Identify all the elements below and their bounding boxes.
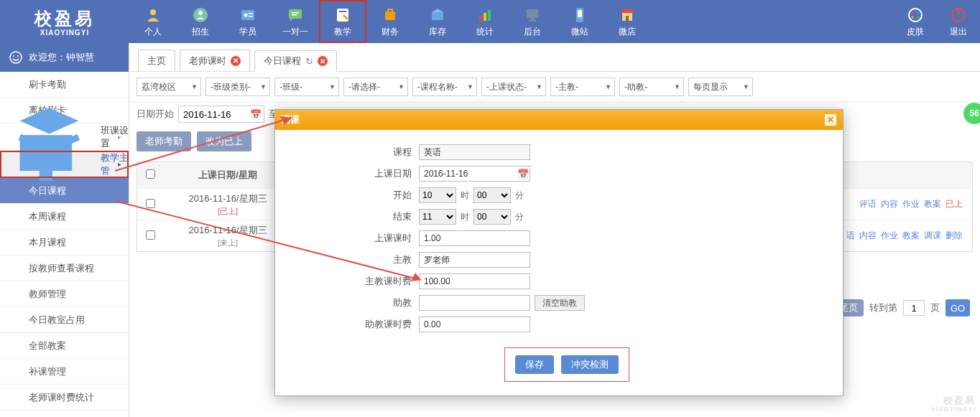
end-min-select[interactable]: 00 — [473, 209, 511, 225]
calendar-icon[interactable]: 📅 — [517, 169, 529, 179]
sidebar-group[interactable]: 教学主管▸ — [0, 151, 129, 178]
assistant-fee-input[interactable] — [419, 317, 530, 332]
nav-backend[interactable]: 后台 — [509, 0, 556, 43]
op-link[interactable]: 评语 — [859, 199, 877, 209]
nav-power[interactable]: 退出 — [937, 0, 980, 43]
sidebar-item[interactable]: 教师管理 — [0, 281, 129, 307]
nav-stats[interactable]: 统计 — [461, 0, 509, 43]
start-min-select[interactable]: 00 — [473, 187, 511, 203]
conflict-check-button[interactable]: 冲突检测 — [561, 355, 619, 374]
tab[interactable]: 今日课程↻✕ — [254, 50, 337, 72]
page-input[interactable] — [903, 300, 925, 316]
op-link[interactable]: 教案 — [902, 230, 920, 240]
teacher-fee-input[interactable] — [419, 273, 530, 289]
nav-student[interactable]: 学员 — [224, 0, 272, 43]
op-link[interactable]: 内容 — [859, 230, 877, 240]
nav-stock[interactable]: 库存 — [414, 0, 461, 43]
calendar-icon[interactable]: 📅 — [250, 109, 262, 120]
status-text: 已上 — [946, 199, 963, 209]
op-link[interactable]: 调课 — [924, 230, 941, 240]
svg-rect-13 — [432, 12, 443, 20]
tab[interactable]: 主页 — [138, 50, 175, 71]
mark-done-button[interactable]: 改为已上 — [197, 131, 251, 151]
assistant-input[interactable] — [419, 295, 530, 311]
start-hour-select[interactable]: 10 — [419, 187, 456, 203]
assistant-fee-label: 助教课时费 — [290, 318, 419, 331]
top-bar: 校盈易 XIAOYINGYI 个人招生学员一对一教学财务库存统计后台微站微店 皮… — [0, 0, 980, 43]
op-link[interactable]: 作业 — [902, 199, 920, 209]
date-cell: 2016-11-16/星期三[已上] — [163, 192, 292, 217]
top-nav-right: 皮肤退出 — [894, 0, 980, 43]
date-cell: 2016-11-16/星期三[未上] — [163, 224, 292, 248]
nav-enroll[interactable]: 招生 — [177, 0, 224, 43]
go-button[interactable]: GO — [946, 299, 970, 317]
teacher-input[interactable] — [419, 252, 530, 268]
sidebar-item[interactable]: 班主任业绩统计 — [0, 411, 129, 417]
duration-input[interactable] — [419, 230, 530, 246]
filter-select[interactable]: -班级- — [274, 78, 339, 96]
teacher-check-button[interactable]: 老师考勤 — [137, 131, 191, 151]
filter-select[interactable]: -上课状态- — [481, 78, 546, 96]
filter-select[interactable]: -课程名称- — [412, 78, 477, 96]
op-link[interactable]: 教案 — [924, 199, 941, 209]
op-link[interactable]: 作业 — [881, 230, 898, 240]
sidebar-item[interactable]: 老师课时费统计 — [0, 385, 129, 411]
filter-select[interactable]: 每页显示 — [688, 78, 753, 96]
svg-rect-12 — [385, 11, 395, 20]
nav-skin[interactable]: 皮肤 — [894, 0, 937, 43]
brand-en: XIAOYINGYI — [40, 29, 89, 37]
svg-point-32 — [13, 55, 14, 57]
sidebar-item[interactable]: 全部教案 — [0, 333, 129, 359]
nav-chat[interactable]: 一对一 — [272, 0, 319, 43]
svg-point-24 — [909, 9, 922, 22]
nav-wshop[interactable]: 微店 — [604, 0, 651, 43]
op-link[interactable]: 删除 — [946, 230, 963, 240]
nav-wsite[interactable]: 微站 — [556, 0, 604, 43]
sidebar-item[interactable]: 按教师查看课程 — [0, 256, 129, 281]
select-all-checkbox[interactable] — [146, 169, 155, 179]
class-date-input[interactable] — [419, 166, 530, 182]
op-link[interactable]: 语 — [846, 230, 855, 240]
row-checkbox[interactable] — [146, 230, 155, 240]
refresh-icon[interactable]: ↻ — [305, 56, 313, 67]
tab[interactable]: 老师课时✕ — [180, 50, 250, 71]
svg-rect-7 — [289, 9, 302, 19]
op-link[interactable]: 内容 — [881, 199, 898, 209]
end-hour-select[interactable]: 11 — [419, 209, 456, 225]
start-label: 开始 — [290, 189, 419, 202]
close-icon[interactable]: ✕ — [231, 56, 241, 66]
svg-rect-14 — [479, 16, 482, 21]
filter-select[interactable]: -班级类别- — [205, 78, 270, 96]
svg-point-33 — [17, 55, 19, 57]
brand-cn: 校盈易 — [34, 7, 95, 30]
watermark: 校盈易 XIAOYINGYI — [930, 390, 976, 413]
tab-bar: 主页老师课时✕今日课程↻✕ — [129, 43, 980, 72]
sidebar: 欢迎您：钟智慧 刷卡考勤离校刷卡 班课设置▸教学主管▸ 今日课程本周课程本月课程… — [0, 43, 129, 417]
filter-select[interactable]: -请选择- — [343, 78, 408, 96]
top-nav: 个人招生学员一对一教学财务库存统计后台微站微店 — [129, 0, 651, 43]
svg-rect-21 — [578, 10, 582, 17]
save-button[interactable]: 保存 — [515, 355, 554, 374]
nav-finance[interactable]: 财务 — [366, 0, 414, 43]
filter-select[interactable]: -助教- — [619, 78, 684, 96]
sidebar-item[interactable]: 今日教室占用 — [0, 307, 129, 333]
clear-assistant-button[interactable]: 清空助教 — [535, 295, 585, 311]
filter-select[interactable]: -主教- — [550, 78, 615, 96]
nav-user[interactable]: 个人 — [129, 0, 177, 43]
close-icon[interactable]: ✕ — [824, 113, 837, 126]
end-label: 结束 — [290, 210, 419, 223]
svg-point-28 — [917, 16, 920, 18]
sidebar-item[interactable]: 本月课程 — [0, 230, 129, 256]
svg-rect-35 — [40, 171, 52, 181]
teacher-fee-label: 主教课时费 — [290, 275, 419, 288]
filter-select[interactable]: 荔湾校区 — [137, 78, 201, 96]
close-icon[interactable]: ✕ — [318, 56, 328, 66]
svg-rect-16 — [488, 10, 491, 21]
nav-teach[interactable]: 教学 — [319, 0, 366, 43]
sidebar-item[interactable]: 补课管理 — [0, 359, 129, 385]
svg-rect-11 — [339, 11, 346, 12]
modal-header: 调课 ✕ — [275, 110, 843, 130]
svg-point-2 — [198, 11, 203, 15]
sidebar-item[interactable]: 本周课程 — [0, 204, 129, 230]
row-checkbox[interactable] — [146, 199, 155, 208]
